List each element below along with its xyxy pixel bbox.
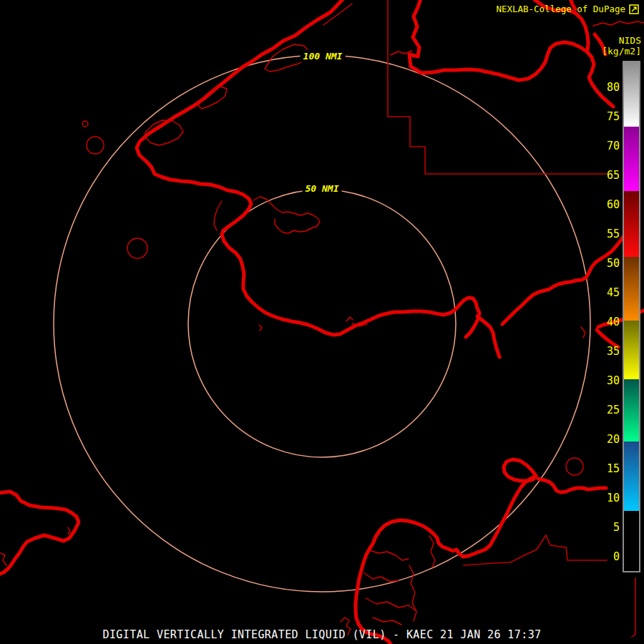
colorbar-tick: 55 bbox=[572, 228, 620, 240]
coastline-outlines-thin bbox=[0, 4, 644, 635]
brand-text: NEXLAB-College of DuPage bbox=[496, 4, 625, 14]
brand: NEXLAB-College of DuPage bbox=[496, 4, 639, 14]
coastline-south-island bbox=[356, 477, 535, 644]
colorbar-tick: 75 bbox=[572, 110, 620, 123]
bay-outline-west bbox=[214, 201, 222, 230]
colorbar-tick: 15 bbox=[572, 462, 620, 475]
colorbar-tick: 45 bbox=[572, 286, 620, 299]
scale-units-text: [kg/m2] bbox=[602, 46, 641, 57]
tiny-islet bbox=[259, 325, 262, 331]
colorbar-tick: 40 bbox=[572, 316, 620, 328]
range-ring-50nmi bbox=[188, 190, 456, 457]
colorbar-title: NIDS[kg/m2] bbox=[602, 35, 641, 57]
product-title: DIGITAL VERTICALLY INTEGRATED LIQUID (VI… bbox=[0, 628, 644, 641]
radar-display: 100 NMI 50 NMI NEXLAB-College of DuPage … bbox=[0, 0, 644, 644]
colorbar-tick: 5 bbox=[572, 521, 620, 534]
tiny-dash-west bbox=[68, 527, 70, 534]
colorbar-tick: 50 bbox=[572, 257, 620, 270]
colorbar-tick: 60 bbox=[572, 198, 620, 211]
island-inner-6 bbox=[429, 536, 435, 567]
coast-hook-a bbox=[346, 317, 353, 321]
small-island-circle-nw bbox=[87, 137, 104, 154]
island-inner-1 bbox=[369, 550, 409, 560]
island-inner-4 bbox=[366, 598, 416, 610]
coastline-bottomleft-peninsula bbox=[0, 492, 79, 575]
colorbar-tick: 80 bbox=[572, 81, 620, 94]
ring-label-50nmi: 50 NMI bbox=[303, 182, 342, 195]
ring-label-100nmi: 100 NMI bbox=[301, 50, 346, 62]
colorbar-ticks: 80757065605550454035302520151050 bbox=[572, 0, 620, 644]
inlet-squiggle bbox=[253, 197, 320, 233]
external-link-icon bbox=[629, 4, 639, 14]
coastline-knot-tail bbox=[477, 316, 499, 357]
colorbar-tick: 70 bbox=[572, 140, 620, 152]
leftedge-squiggle bbox=[0, 552, 6, 565]
colorbar bbox=[623, 61, 640, 572]
colorbar-tick: 20 bbox=[572, 433, 620, 446]
colorbar-tick: 65 bbox=[572, 169, 620, 182]
tiny-island-circle bbox=[82, 121, 88, 127]
coastlines-thick bbox=[0, 0, 643, 644]
colorbar-tick: 25 bbox=[572, 404, 620, 416]
island-inner-5 bbox=[373, 618, 401, 625]
colorbar-tick: 30 bbox=[572, 374, 620, 387]
scale-title-text: NIDS bbox=[619, 35, 641, 46]
small-island-circle-west bbox=[127, 238, 147, 258]
colorbar-tick: 35 bbox=[572, 345, 620, 358]
colorbar-tick: 10 bbox=[572, 492, 620, 504]
island-inner-2 bbox=[409, 565, 416, 621]
radar-map bbox=[0, 0, 644, 644]
island-inner-3 bbox=[364, 573, 399, 582]
colorbar-tick: 0 bbox=[572, 550, 620, 563]
